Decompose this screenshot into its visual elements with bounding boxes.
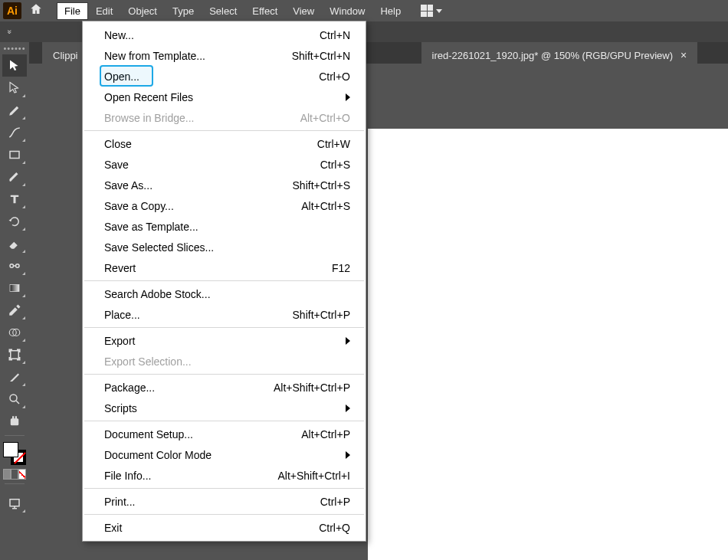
zoom-tool[interactable] [2, 388, 27, 410]
menu-item-label: Print... [104, 496, 135, 508]
menu-window[interactable]: Window [322, 2, 372, 21]
menu-item-open[interactable]: Open...Ctrl+O [83, 66, 366, 87]
shortcut-label: Ctrl+P [320, 496, 350, 508]
menu-item-label: Save a Copy... [104, 200, 174, 212]
type-tool[interactable] [2, 188, 27, 210]
pen-tool[interactable] [2, 99, 27, 121]
svg-rect-0 [10, 151, 19, 158]
screen-mode-tool[interactable] [2, 492, 27, 514]
menu-item-browse-in-bridge: Browse in Bridge...Alt+Ctrl+O [83, 107, 366, 128]
shortcut-label: Alt+Ctrl+S [301, 200, 350, 212]
menu-item-label: Search Adobe Stock... [104, 288, 211, 300]
hand-tool[interactable] [2, 410, 27, 432]
menu-item-exit[interactable]: ExitCtrl+Q [83, 517, 366, 538]
tools-panel: •••••• [0, 42, 29, 514]
menu-item-print[interactable]: Print...Ctrl+P [83, 491, 366, 512]
menu-item-save-a-copy[interactable]: Save a Copy...Alt+Ctrl+S [83, 195, 366, 216]
menu-item-label: New from Template... [104, 50, 205, 62]
shortcut-label: Ctrl+Q [319, 522, 350, 534]
svg-point-7 [10, 395, 17, 401]
menu-item-open-recent-files[interactable]: Open Recent Files [83, 87, 366, 107]
workspace-switcher[interactable] [421, 5, 442, 17]
direct-selection-tool[interactable] [2, 77, 27, 99]
menu-item-package[interactable]: Package...Alt+Shift+Ctrl+P [83, 377, 366, 398]
menu-item-place[interactable]: Place...Shift+Ctrl+P [83, 304, 366, 325]
width-tool[interactable] [2, 254, 27, 277]
document-tab-continued[interactable]: ired-2261021_1920.jpg* @ 150% (RGB/GPU P… [421, 42, 698, 64]
menu-item-export[interactable]: Export [83, 330, 366, 351]
menu-item-label: Save As... [104, 179, 152, 192]
menu-object[interactable]: Object [120, 2, 165, 21]
menu-item-label: Browse in Bridge... [104, 112, 195, 124]
close-icon[interactable]: × [680, 50, 687, 61]
menu-item-scripts[interactable]: Scripts [83, 398, 366, 418]
svg-rect-3 [10, 284, 19, 291]
menu-item-save-as-template[interactable]: Save as Template... [83, 216, 366, 237]
submenu-arrow-icon [346, 93, 350, 101]
document-canvas[interactable] [368, 129, 728, 560]
menu-item-file-info[interactable]: File Info...Alt+Shift+Ctrl+I [83, 465, 366, 486]
home-icon[interactable] [29, 2, 43, 20]
app-logo: Ai [3, 2, 21, 19]
menu-item-label: File Info... [104, 470, 151, 482]
menu-item-label: Export Selection... [104, 355, 192, 368]
blend-tool[interactable] [2, 321, 27, 343]
artboard-tool[interactable] [2, 343, 27, 365]
shortcut-label: Shift+Ctrl+N [292, 50, 350, 62]
submenu-arrow-icon [346, 404, 350, 412]
menu-view[interactable]: View [285, 2, 322, 21]
shortcut-label: Ctrl+N [320, 29, 350, 41]
drag-handle-icon[interactable]: •••••• [3, 44, 25, 53]
shortcut-label: Alt+Ctrl+O [300, 112, 350, 124]
menu-separator [84, 327, 364, 328]
menu-item-save-as[interactable]: Save As...Shift+Ctrl+S [83, 175, 366, 195]
menu-item-label: Revert [104, 262, 136, 274]
curvature-tool[interactable] [2, 121, 27, 143]
menu-item-new-from-template[interactable]: New from Template...Shift+Ctrl+N [83, 45, 366, 66]
tab-title-right: ired-2261021_1920.jpg* @ 150% (RGB/GPU P… [432, 50, 674, 61]
menu-select[interactable]: Select [202, 2, 244, 21]
submenu-arrow-icon [346, 451, 350, 459]
menu-item-revert[interactable]: RevertF12 [83, 257, 366, 278]
eraser-tool[interactable] [2, 232, 27, 254]
menu-separator [84, 514, 364, 515]
menu-bar: Ai File Edit Object Type Select Effect V… [0, 0, 728, 21]
menu-item-document-color-mode[interactable]: Document Color Mode [83, 444, 366, 465]
menu-help[interactable]: Help [372, 2, 408, 21]
draw-modes[interactable] [3, 469, 26, 480]
rotate-tool[interactable] [2, 210, 27, 232]
selection-tool[interactable] [2, 54, 27, 77]
menu-item-label: Save Selected Slices... [104, 241, 214, 254]
fill-stroke-swatch[interactable] [3, 442, 26, 465]
expand-handle-icon[interactable]: » [5, 30, 14, 34]
menu-item-search-adobe-stock[interactable]: Search Adobe Stock... [83, 283, 366, 304]
menu-separator [84, 421, 364, 421]
menu-item-document-setup[interactable]: Document Setup...Alt+Ctrl+P [83, 424, 366, 444]
menu-item-save[interactable]: SaveCtrl+S [83, 154, 366, 175]
divider [5, 435, 25, 436]
menu-edit[interactable]: Edit [88, 2, 120, 21]
menu-effect[interactable]: Effect [244, 2, 285, 21]
menu-item-label: Close [104, 138, 132, 150]
menu-item-export-selection: Export Selection... [83, 351, 366, 372]
menu-separator [84, 130, 364, 131]
paintbrush-tool[interactable] [2, 165, 27, 188]
menu-item-label: Document Setup... [104, 428, 193, 440]
shortcut-label: Alt+Shift+Ctrl+I [277, 470, 350, 482]
svg-rect-8 [11, 418, 19, 425]
menu-item-new[interactable]: New...Ctrl+N [83, 25, 366, 45]
slice-tool[interactable] [2, 365, 27, 388]
shortcut-label: Shift+Ctrl+P [293, 309, 350, 321]
menu-item-label: Place... [104, 309, 140, 321]
menu-type[interactable]: Type [165, 2, 202, 21]
menu-item-close[interactable]: CloseCtrl+W [83, 133, 366, 154]
rectangle-tool[interactable] [2, 143, 27, 165]
menu-item-save-selected-slices[interactable]: Save Selected Slices... [83, 237, 366, 257]
menu-file[interactable]: File [57, 2, 88, 20]
gradient-tool[interactable] [2, 277, 27, 299]
menu-item-label: Document Color Mode [104, 449, 212, 461]
svg-rect-11 [10, 499, 19, 506]
svg-point-1 [10, 264, 14, 267]
fill-swatch[interactable] [3, 442, 18, 457]
eyedropper-tool[interactable] [2, 299, 27, 321]
